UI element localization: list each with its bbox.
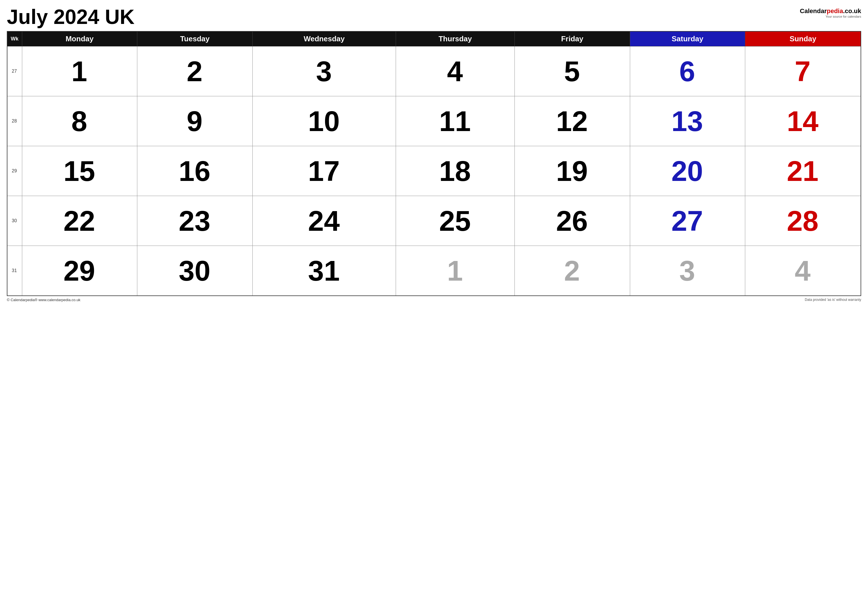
- header-row: Wk Monday Tuesday Wednesday Thursday Fri…: [7, 31, 861, 47]
- logo: Calendarpedia.co.uk Your source for cale…: [800, 6, 861, 18]
- day-cell: 19: [515, 146, 630, 196]
- col-header-sunday: Sunday: [745, 31, 861, 47]
- day-cell: 18: [396, 146, 515, 196]
- day-number: 3: [632, 248, 743, 294]
- day-number: 20: [632, 148, 743, 194]
- day-cell: 15: [22, 146, 137, 196]
- col-header-tuesday: Tuesday: [137, 31, 253, 47]
- day-number: 3: [254, 48, 394, 94]
- day-cell: 31: [253, 246, 396, 296]
- day-number: 12: [516, 98, 628, 144]
- page-footer: © Calendarpedia® www.calendarpedia.co.uk…: [7, 298, 861, 302]
- calendar-header: Wk Monday Tuesday Wednesday Thursday Fri…: [7, 31, 861, 47]
- day-number: 4: [398, 48, 512, 94]
- day-number: 6: [632, 48, 743, 94]
- day-number: 15: [24, 148, 135, 194]
- day-cell: 10: [253, 96, 396, 146]
- day-cell: 3: [630, 246, 745, 296]
- col-header-wk: Wk: [7, 31, 22, 47]
- day-cell: 9: [137, 96, 253, 146]
- calendar-row: 2915161718192021: [7, 146, 861, 196]
- col-header-friday: Friday: [515, 31, 630, 47]
- day-cell: 27: [630, 196, 745, 246]
- day-cell: 8: [22, 96, 137, 146]
- week-number: 31: [7, 246, 22, 296]
- day-cell: 16: [137, 146, 253, 196]
- col-header-wednesday: Wednesday: [253, 31, 396, 47]
- day-number: 19: [516, 148, 628, 194]
- calendar-body: 2712345672889101112131429151617181920213…: [7, 47, 861, 296]
- col-header-saturday: Saturday: [630, 31, 745, 47]
- day-cell: 13: [630, 96, 745, 146]
- day-cell: 26: [515, 196, 630, 246]
- day-cell: 2: [515, 246, 630, 296]
- day-number: 8: [24, 98, 135, 144]
- calendar-row: 312930311234: [7, 246, 861, 296]
- day-cell: 4: [396, 47, 515, 96]
- logo-name: Calendar: [800, 8, 827, 14]
- week-number: 28: [7, 96, 22, 146]
- day-cell: 1: [396, 246, 515, 296]
- col-header-monday: Monday: [22, 31, 137, 47]
- day-number: 18: [398, 148, 512, 194]
- day-number: 22: [24, 198, 135, 244]
- logo-highlight: pedia: [827, 8, 843, 14]
- week-number: 30: [7, 196, 22, 246]
- calendar-table: Wk Monday Tuesday Wednesday Thursday Fri…: [7, 31, 861, 296]
- footer-copyright: © Calendarpedia® www.calendarpedia.co.uk: [7, 298, 80, 302]
- day-number: 31: [254, 248, 394, 294]
- day-cell: 4: [745, 246, 861, 296]
- footer-disclaimer: Data provided 'as is' without warranty: [805, 298, 861, 302]
- day-number: 11: [398, 98, 512, 144]
- day-number: 9: [139, 98, 250, 144]
- day-cell: 3: [253, 47, 396, 96]
- week-number: 27: [7, 47, 22, 96]
- day-number: 2: [139, 48, 250, 94]
- day-number: 1: [24, 48, 135, 94]
- day-number: 1: [398, 248, 512, 294]
- day-cell: 28: [745, 196, 861, 246]
- calendar-row: 3022232425262728: [7, 196, 861, 246]
- day-number: 14: [747, 98, 858, 144]
- day-number: 27: [632, 198, 743, 244]
- logo-domain: .co.uk: [843, 8, 861, 14]
- day-number: 25: [398, 198, 512, 244]
- day-number: 7: [747, 48, 858, 94]
- day-cell: 25: [396, 196, 515, 246]
- day-number: 4: [747, 248, 858, 294]
- day-cell: 11: [396, 96, 515, 146]
- day-number: 21: [747, 148, 858, 194]
- day-number: 17: [254, 148, 394, 194]
- day-cell: 7: [745, 47, 861, 96]
- day-cell: 21: [745, 146, 861, 196]
- week-number: 29: [7, 146, 22, 196]
- day-number: 13: [632, 98, 743, 144]
- day-cell: 29: [22, 246, 137, 296]
- day-number: 23: [139, 198, 250, 244]
- day-cell: 2: [137, 47, 253, 96]
- day-cell: 23: [137, 196, 253, 246]
- day-number: 10: [254, 98, 394, 144]
- day-number: 2: [516, 248, 628, 294]
- calendar-row: 271234567: [7, 47, 861, 96]
- day-number: 26: [516, 198, 628, 244]
- day-cell: 30: [137, 246, 253, 296]
- col-header-thursday: Thursday: [396, 31, 515, 47]
- day-cell: 1: [22, 47, 137, 96]
- day-number: 5: [516, 48, 628, 94]
- logo-tagline: Your source for calendars: [800, 15, 861, 18]
- day-cell: 17: [253, 146, 396, 196]
- day-number: 30: [139, 248, 250, 294]
- day-number: 29: [24, 248, 135, 294]
- day-cell: 5: [515, 47, 630, 96]
- logo-text: Calendarpedia.co.uk: [800, 8, 861, 15]
- day-cell: 22: [22, 196, 137, 246]
- day-cell: 6: [630, 47, 745, 96]
- calendar-row: 28891011121314: [7, 96, 861, 146]
- day-number: 24: [254, 198, 394, 244]
- day-cell: 12: [515, 96, 630, 146]
- day-number: 16: [139, 148, 250, 194]
- day-cell: 14: [745, 96, 861, 146]
- day-number: 28: [747, 198, 858, 244]
- day-cell: 24: [253, 196, 396, 246]
